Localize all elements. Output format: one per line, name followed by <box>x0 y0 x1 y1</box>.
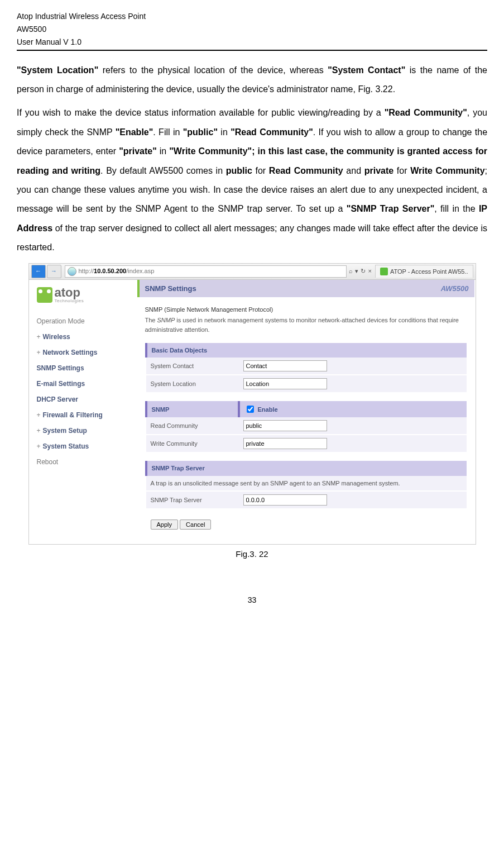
p2-t7: in <box>218 127 231 137</box>
p1-t2: refers to the physical location of the d… <box>98 65 328 75</box>
browser-search-controls: ⌕ ▾ ↻ × <box>349 266 371 276</box>
nav-snmp-settings[interactable]: SNMP Settings <box>37 360 132 376</box>
p2-t19: for <box>393 166 410 175</box>
button-row: Apply Cancel <box>145 517 467 532</box>
nav-system-setup[interactable]: +System Setup <box>37 423 132 439</box>
nav-status-label: System Status <box>43 442 89 450</box>
tbl1-header: Basic Data Objects <box>146 343 467 358</box>
basic-data-objects-table: Basic Data Objects System Contact System… <box>145 343 467 394</box>
p2-t11: in <box>157 146 169 156</box>
term-read-community-2: "Read Community" <box>231 127 313 137</box>
nav-wireless-label: Wireless <box>43 333 70 341</box>
p2-t15: for <box>252 166 269 175</box>
favicon-icon <box>380 268 388 275</box>
nav-firewall[interactable]: +Firewall & Filtering <box>37 407 132 423</box>
nav-network-label: Network Settings <box>43 349 98 356</box>
input-trap-server[interactable] <box>243 494 327 506</box>
p2-t25: of the trap server designed to collect a… <box>17 223 487 252</box>
p2-t23: , fill in the <box>434 204 479 213</box>
stop-icon[interactable]: × <box>368 266 371 276</box>
apply-button[interactable]: Apply <box>151 520 179 530</box>
panel-title: SNMP Settings <box>145 283 196 294</box>
nav-setup-label: System Setup <box>43 427 87 435</box>
section-subtitle: SNMP (Simple Network Management Protocol… <box>145 305 467 314</box>
p2-t13: . By default AW5500 comes in <box>100 166 226 175</box>
term-enable: "Enable" <box>116 127 153 137</box>
lbl-write-community: Write Community <box>146 435 239 452</box>
logo-sub: Technologies <box>55 299 84 303</box>
p2-t1: If you wish to make the device status in… <box>17 108 385 117</box>
doc-header-line3: User Manual V 1.0 <box>17 37 487 47</box>
term-private-2: private <box>364 166 393 175</box>
body-paragraph-1: "System Location" refers to the physical… <box>17 61 487 99</box>
panel-title-bar: SNMP Settings AW5500 <box>137 280 474 298</box>
url-host: 10.0.50.200 <box>94 268 126 274</box>
body-paragraph-2: If you wish to make the device status in… <box>17 103 487 257</box>
term-public: "public" <box>183 127 218 137</box>
p2-t5: . Fill in <box>153 127 183 137</box>
input-system-location[interactable] <box>243 378 327 389</box>
nav-list: Operation Mode +Wireless +Network Settin… <box>37 313 132 470</box>
sidebar: atop Technologies Operation Mode +Wirele… <box>29 280 137 545</box>
snmp-trap-table: SNMP Trap Server A trap is an unsolicite… <box>145 461 467 509</box>
refresh-icon[interactable]: ↻ <box>361 266 366 276</box>
term-private: "private" <box>119 146 157 156</box>
main-panel: SNMP Settings AW5500 SNMP (Simple Networ… <box>137 280 476 545</box>
nav-network-settings[interactable]: +Network Settings <box>37 345 132 360</box>
tbl2-enable-cell: Enable <box>239 401 467 417</box>
url-prefix: http:// <box>79 268 94 274</box>
doc-header-line1: Atop Industrial Wireless Access Point <box>17 11 487 22</box>
nav-dhcp-server[interactable]: DHCP Server <box>37 392 132 407</box>
nav-system-status[interactable]: +System Status <box>37 439 132 454</box>
globe-icon <box>68 267 76 276</box>
tbl2-header: SNMP <box>146 401 239 417</box>
browser-address-bar[interactable]: http://10.0.50.200/index.asp <box>65 265 347 278</box>
input-system-contact[interactable] <box>243 360 327 371</box>
lbl-system-location: System Location <box>146 375 239 393</box>
url-path: /index.asp <box>126 268 154 274</box>
nav-email-settings[interactable]: E-mail Settings <box>37 376 132 392</box>
term-read-community-3: Read Community <box>269 166 343 175</box>
browser-forward-button[interactable]: → <box>47 265 61 278</box>
lbl-trap-server: SNMP Trap Server <box>146 491 239 509</box>
browser-tab[interactable]: ATOP - Access Point AW55.. <box>375 265 473 278</box>
input-read-community[interactable] <box>243 420 327 431</box>
browser-back-button[interactable]: ← <box>31 265 46 278</box>
nav-wireless[interactable]: +Wireless <box>37 329 132 345</box>
trap-note: A trap is an unsolicited message sent by… <box>146 476 467 492</box>
cancel-button[interactable]: Cancel <box>180 520 211 530</box>
snmp-table: SNMP Enable Read Community Wri <box>145 401 467 453</box>
browser-toolbar: ← → http://10.0.50.200/index.asp ⌕ ▾ ↻ ×… <box>29 264 476 280</box>
nav-reboot[interactable]: Reboot <box>37 454 132 470</box>
panel-model: AW5500 <box>441 283 469 294</box>
page-number: 33 <box>17 594 487 606</box>
term-system-contact: "System Contact" <box>328 65 405 75</box>
tab-title: ATOP - Access Point AW55.. <box>390 267 468 277</box>
doc-header-line2: AW5500 <box>17 24 487 35</box>
term-read-community: "Read Community" <box>385 108 467 117</box>
header-rule <box>17 50 487 51</box>
nav-firewall-label: Firewall & Filtering <box>43 411 103 419</box>
logo: atop Technologies <box>37 287 132 303</box>
logo-icon <box>37 287 52 303</box>
lbl-enable: Enable <box>258 405 278 414</box>
desc-b: is used in network management systems to… <box>145 317 459 333</box>
tbl3-header: SNMP Trap Server <box>146 461 467 476</box>
p2-t17: and <box>343 166 364 175</box>
lbl-read-community: Read Community <box>146 417 239 435</box>
desc-a: The <box>145 317 157 323</box>
term-public-2: public <box>226 166 252 175</box>
checkbox-snmp-enable[interactable] <box>247 406 254 413</box>
figure-caption: Fig.3. 22 <box>17 548 487 561</box>
logo-brand: atop <box>55 287 84 299</box>
url-text: http://10.0.50.200/index.asp <box>79 266 155 276</box>
term-system-location: "System Location" <box>17 65 98 75</box>
embedded-screenshot: ← → http://10.0.50.200/index.asp ⌕ ▾ ↻ ×… <box>28 263 476 545</box>
input-write-community[interactable] <box>243 438 327 449</box>
magnifier-icon[interactable]: ⌕ <box>349 266 353 276</box>
lbl-system-contact: System Contact <box>146 358 239 375</box>
desc-i: SNMP <box>157 317 175 323</box>
section-description: The SNMP is used in network management s… <box>145 316 467 335</box>
dropdown-icon[interactable]: ▾ <box>355 266 358 276</box>
nav-operation-mode[interactable]: Operation Mode <box>37 313 132 329</box>
